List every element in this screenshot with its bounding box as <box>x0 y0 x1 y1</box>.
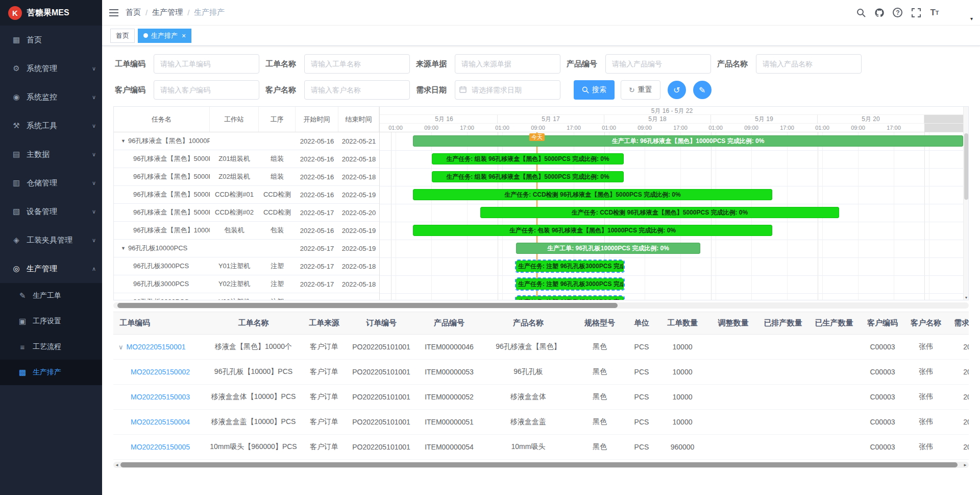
gantt-task-bar[interactable]: 生产任务: 注塑 96孔孔板3000PCS 完成比例: 0% <box>516 278 624 290</box>
user-menu[interactable]: ▾ <box>949 3 973 22</box>
gantt-table-row[interactable]: 96孔孔板3000PCSY03注塑机注塑2022-05-172022-05-18 <box>114 293 379 300</box>
github-icon[interactable] <box>872 4 887 21</box>
expand-caret-icon[interactable]: ∨ <box>118 343 124 351</box>
gantt-table-row[interactable]: 96孔孔板3000PCSY02注塑机注塑2022-05-172022-05-18 <box>114 275 379 293</box>
gantt-task-bar[interactable]: 生产任务: CCD检测 96孔移液盒【黑色】5000PCS 完成比例: 0% <box>413 189 772 200</box>
workorder-icon: ✎ <box>16 291 29 300</box>
table-row: MO20220515000296孔孔板【10000】PCS客户订单PO20220… <box>113 360 969 385</box>
sidebar-item-warehouse[interactable]: ▥仓储管理∨ <box>0 169 102 197</box>
product-no-input[interactable] <box>605 54 711 74</box>
gantt-table-row[interactable]: 96孔孔板3000PCSY01注塑机注塑2022-05-172022-05-18 <box>114 257 379 275</box>
customer-code-cell: C00003 <box>860 360 905 385</box>
customer-name-cell: 张伟 <box>905 435 946 460</box>
row-gridline <box>380 150 964 151</box>
scrollbar-thumb[interactable] <box>117 303 618 308</box>
chevron-down-icon: ∨ <box>92 94 96 101</box>
customer-code-input[interactable] <box>154 80 259 100</box>
work-order-link[interactable]: MO202205150001 <box>127 343 186 351</box>
scrollbar-thumb[interactable] <box>964 133 968 200</box>
row-gridline <box>380 186 964 186</box>
gantt-table-row[interactable]: 96孔移液盒【黑色】5000PCSCCD检测#02CCD检测2022-05-17… <box>114 204 379 222</box>
sidebar-item-fixture[interactable]: ◈工装夹具管理∨ <box>0 226 102 254</box>
customer-code-cell: C00003 <box>860 410 905 435</box>
gantt-column-header: 开始时间 <box>296 107 338 132</box>
avatar[interactable] <box>949 3 968 22</box>
day-gridline <box>391 132 391 300</box>
work-order-link[interactable]: MO202205150004 <box>131 418 190 426</box>
production-icon: ◎ <box>10 264 22 273</box>
source-doc-input[interactable] <box>455 54 560 74</box>
process-icon: ▣ <box>16 317 29 326</box>
gantt-table-row[interactable]: ▼96孔孔板10000PCS2022-05-172022-05-19 <box>114 240 379 257</box>
gantt-workorder-bar[interactable]: 生产工单: 96孔孔板10000PCS 完成比例: 0% <box>516 243 700 254</box>
refresh-button[interactable]: ↺ <box>668 81 686 99</box>
sidebar-item-system-admin[interactable]: ⚙系统管理∨ <box>0 54 102 83</box>
close-icon[interactable]: × <box>182 32 186 39</box>
reset-button-label: 重置 <box>638 85 652 95</box>
gantt-horizontal-scrollbar[interactable] <box>113 302 969 309</box>
reset-button[interactable]: ↻重置 <box>621 80 660 100</box>
gantt-workorder-bar[interactable]: 生产工单: 96孔移液盒【黑色】10000PCS 完成比例: 0% <box>413 135 963 147</box>
table-horizontal-scrollbar[interactable]: ◄ ► <box>113 462 969 468</box>
work-order-name-input[interactable] <box>304 54 410 74</box>
hamburger-icon[interactable] <box>109 9 118 16</box>
breadcrumb-item[interactable]: 生产管理 <box>152 8 183 17</box>
gantt-table-row[interactable]: 96孔移液盒【黑色】5000PCSZ01组装机组装2022-05-162022-… <box>114 150 379 168</box>
collapse-triangle-icon[interactable]: ▼ <box>121 246 126 251</box>
start-time-cell: 2022-05-17 <box>296 209 338 217</box>
work-order-name-cell: 移液盒盒盖【10000】PCS <box>207 410 300 435</box>
item-no-cell: ITEM00000046 <box>414 335 484 360</box>
sidebar-item-production[interactable]: ◎生产管理∧ <box>0 254 102 283</box>
search-icon[interactable] <box>853 4 869 21</box>
gantt-task-bar[interactable]: 生产任务: CCD检测 96孔移液盒【黑色】5000PCS 完成比例: 0% <box>480 207 839 218</box>
sidebar-item-process-flow[interactable]: ≡工艺流程 <box>0 334 102 360</box>
sidebar-item-system-monitor[interactable]: ◉系统监控∨ <box>0 83 102 111</box>
sidebar-item-master-data[interactable]: ▤主数据∨ <box>0 140 102 169</box>
help-icon[interactable]: ? <box>890 4 905 21</box>
gantt-table-body: ▼96孔移液盒【黑色】10000PCS2022-05-162022-05-219… <box>114 132 379 300</box>
hour-gridline <box>894 132 894 300</box>
work-order-link[interactable]: MO202205150005 <box>131 443 190 451</box>
gantt-task-bar[interactable]: 生产任务: 组装 96孔移液盒【黑色】5000PCS 完成比例: 0% <box>432 153 624 164</box>
sidebar-item-work-order[interactable]: ✎生产工单 <box>0 283 102 309</box>
scroll-right-icon[interactable]: ► <box>962 462 969 468</box>
sidebar-item-system-tools[interactable]: ⚒系统工具∨ <box>0 111 102 140</box>
scroll-down-icon[interactable]: ▼ <box>964 296 969 299</box>
gantt-table-row[interactable]: ▼96孔移液盒【黑色】10000PCS2022-05-162022-05-21 <box>114 132 379 150</box>
sidebar-item-process-setting[interactable]: ▣工序设置 <box>0 309 102 334</box>
logo-icon: K <box>8 6 22 20</box>
demand-date-input[interactable] <box>455 80 560 100</box>
table-column-header: 规格型号 <box>572 312 627 335</box>
gantt-table-row[interactable]: 96孔移液盒【黑色】10000PCS包装机包装2022-05-162022-05… <box>114 222 379 240</box>
work-order-code-input[interactable] <box>154 54 259 74</box>
search-button[interactable]: 搜索 <box>574 80 615 100</box>
gantt-task-bar[interactable]: 生产任务: 包装 96孔移液盒【黑色】10000PCS 完成比例: 0% <box>413 225 772 236</box>
sidebar-item-equipment[interactable]: ▧设备管理∨ <box>0 197 102 226</box>
sidebar-item-home[interactable]: ▦首页 <box>0 26 102 54</box>
scrollbar-thumb[interactable] <box>120 462 958 467</box>
gantt-table-row[interactable]: 96孔移液盒【黑色】5000PCSCCD检测#01CCD检测2022-05-16… <box>114 186 379 204</box>
scroll-left-icon[interactable]: ◄ <box>113 462 120 468</box>
font-size-icon[interactable]: TT <box>927 4 942 21</box>
work-order-link[interactable]: MO202205150003 <box>131 393 190 401</box>
gantt-task-bar[interactable]: 生产任务: 注塑 96孔孔板3000PCS 完成比例: 0% <box>516 296 624 300</box>
gantt-task-bar[interactable]: 生产任务: 注塑 96孔孔板3000PCS 完成比例: 0% <box>516 261 624 272</box>
gantt-table-row[interactable]: 96孔移液盒【黑色】5000PCSZ02组装机组装2022-05-162022-… <box>114 168 379 186</box>
edit-button[interactable]: ✎ <box>693 81 712 99</box>
work-order-link[interactable]: MO202205150002 <box>131 368 190 376</box>
breadcrumb-item[interactable]: 首页 <box>126 8 141 17</box>
customer-name-input[interactable] <box>304 80 410 100</box>
sidebar-item-scheduling[interactable]: ▩生产排产 <box>0 360 102 385</box>
product-name-input[interactable] <box>756 54 862 74</box>
scheduled-qty-cell <box>757 435 808 460</box>
gantt-vertical-scrollbar[interactable]: ▼ <box>963 107 968 300</box>
fullscreen-icon[interactable] <box>909 4 924 21</box>
spec-cell: 黑色 <box>572 410 627 435</box>
tab-scheduling[interactable]: 生产排产× <box>138 29 191 43</box>
timeline-hour-label: 17:00 <box>673 124 688 132</box>
gantt-task-bar[interactable]: 生产任务: 组装 96孔移液盒【黑色】5000PCS 完成比例: 0% <box>432 171 624 182</box>
work-order-name-cell: 移液盒盒体【10000】PCS <box>207 385 300 410</box>
tab-home[interactable]: 首页 <box>110 29 135 43</box>
collapse-triangle-icon[interactable]: ▼ <box>121 138 126 144</box>
gantt-column-header: 工作站 <box>210 107 259 132</box>
